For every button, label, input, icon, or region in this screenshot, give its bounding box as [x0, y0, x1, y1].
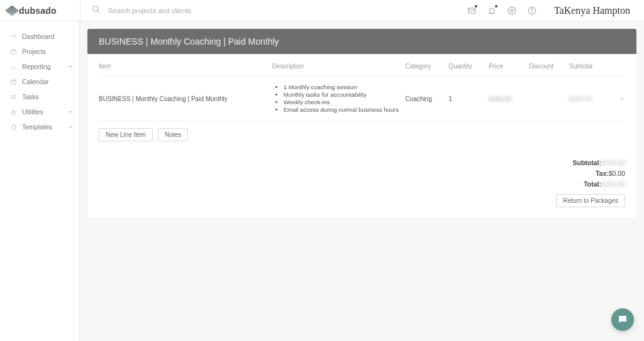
search-input[interactable] — [108, 7, 297, 14]
notes-button[interactable]: Notes — [158, 128, 188, 141]
inbox-icon[interactable] — [467, 6, 476, 15]
notification-dot — [475, 5, 477, 8]
desc-item: 1 Monthly coaching session — [284, 84, 406, 90]
svg-rect-21 — [12, 112, 16, 114]
svg-point-20 — [11, 98, 11, 99]
sidebar-item-label: Reporting — [22, 63, 51, 70]
svg-line-1 — [97, 11, 100, 13]
svg-rect-2 — [469, 8, 475, 13]
chat-icon — [617, 314, 628, 325]
col-header-price: Price — [489, 63, 529, 70]
sidebar-item-label: Tasks — [22, 93, 39, 100]
col-header-subtotal: Subtotal — [569, 63, 606, 70]
brand-logo[interactable]: dubsado — [0, 6, 80, 16]
svg-rect-11 — [11, 80, 16, 84]
sidebar-item-label: Calendar — [22, 78, 49, 85]
svg-point-5 — [532, 12, 533, 13]
sidebar-item-reporting[interactable]: Reporting — [0, 59, 79, 74]
sidebar-item-dashboard[interactable]: Dashboard — [0, 29, 79, 44]
col-header-discount: Discount — [529, 63, 569, 70]
sidebar-item-templates[interactable]: Templates — [0, 119, 79, 134]
svg-point-0 — [93, 6, 98, 11]
search-icon — [92, 5, 101, 16]
return-to-packages-button[interactable]: Return to Packages — [556, 194, 625, 207]
list-icon — [10, 94, 17, 100]
row-subtotal: $250.00 — [569, 95, 592, 102]
tax-value: $0.00 — [609, 170, 625, 177]
briefcase-icon — [10, 48, 17, 55]
file-icon — [10, 124, 17, 131]
svg-point-3 — [511, 9, 513, 12]
gear-icon[interactable] — [508, 6, 516, 15]
sidebar-item-tasks[interactable]: Tasks — [0, 89, 79, 104]
chevron-down-icon — [68, 108, 73, 116]
total-value: $250.00 — [601, 179, 625, 190]
row-quantity: 1 — [448, 83, 489, 102]
table-header-row: Item Description Category Quantity Price… — [99, 54, 625, 77]
sidebar-item-label: Projects — [22, 48, 46, 55]
cube-icon — [5, 5, 19, 16]
svg-point-19 — [11, 97, 11, 97]
tax-label: Tax: — [596, 170, 609, 177]
row-description-list: 1 Monthly coaching session Monthly tasks… — [272, 84, 406, 113]
desc-item: Email access during normal business hour… — [284, 106, 406, 113]
sidebar-item-label: Templates — [22, 123, 52, 131]
svg-point-18 — [11, 95, 11, 95]
calendar-icon — [10, 78, 17, 85]
sidebar-item-projects[interactable]: Projects — [0, 44, 79, 59]
notification-dot — [495, 5, 497, 8]
sidebar-item-label: Dashboard — [22, 33, 54, 40]
bell-icon[interactable] — [487, 6, 496, 15]
col-header-quantity: Quantity — [448, 63, 489, 70]
row-item-name: BUSINESS | Monthly Coaching | Paid Month… — [99, 83, 272, 102]
row-price: $250.00 — [489, 95, 511, 102]
lock-icon — [10, 109, 17, 116]
user-signature[interactable]: TaKenya Hampton — [554, 5, 630, 16]
chevron-down-icon[interactable] — [619, 96, 625, 103]
page-title: BUSINESS | Monthly Coaching | Paid Month… — [87, 29, 636, 54]
total-label: Total: — [584, 180, 601, 188]
new-line-item-button[interactable]: New Line Item — [99, 128, 153, 141]
chart-icon — [10, 63, 17, 70]
help-icon[interactable] — [528, 6, 536, 15]
sidebar-item-label: Utilities — [22, 108, 43, 116]
gauge-icon — [10, 33, 17, 40]
subtotal-value: $250.00 — [601, 158, 625, 168]
brand-name: dubsado — [19, 6, 57, 16]
row-discount — [529, 83, 569, 95]
svg-rect-7 — [11, 50, 16, 54]
desc-item: Weekly check-ins — [284, 99, 406, 106]
desc-item: Monthly tasks for accountability — [284, 91, 406, 98]
chat-launcher[interactable] — [611, 308, 634, 331]
col-header-description: Description — [272, 63, 406, 70]
totals-block: Subtotal:$250.00 Tax:$0.00 Total:$250.00 — [99, 158, 625, 189]
col-header-item: Item — [99, 63, 272, 70]
table-row[interactable]: BUSINESS | Monthly Coaching | Paid Month… — [99, 77, 625, 121]
chevron-down-icon — [68, 123, 73, 131]
chevron-down-icon — [68, 63, 73, 70]
sidebar: Dashboard Projects Reporting Calendar Ta… — [0, 21, 80, 341]
sidebar-item-utilities[interactable]: Utilities — [0, 104, 79, 119]
col-header-category: Category — [405, 63, 448, 70]
subtotal-label: Subtotal: — [573, 159, 602, 166]
sidebar-item-calendar[interactable]: Calendar — [0, 74, 79, 89]
row-category: Coaching — [405, 83, 448, 102]
svg-line-6 — [14, 36, 14, 37]
